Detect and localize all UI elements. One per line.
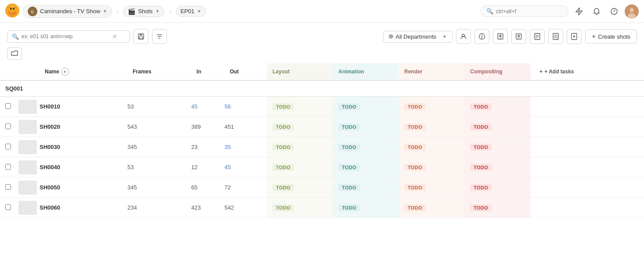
cell-extra [531, 97, 644, 117]
row-checkbox[interactable] [5, 184, 11, 190]
upload-btn[interactable] [511, 29, 526, 44]
cell-animation[interactable]: TODO [333, 97, 399, 117]
shots-label: Shots [138, 8, 152, 14]
cell-compositing[interactable]: TODO [465, 198, 531, 218]
cell-layout[interactable]: TODO [267, 157, 333, 178]
cell-compositing[interactable]: TODO [465, 157, 531, 178]
th-add-tasks[interactable]: + + Add tasks [531, 63, 644, 80]
shot-search-box[interactable]: 🔍 ✕ [7, 30, 130, 43]
global-search[interactable]: 🔍 [481, 5, 568, 17]
create-plus-icon: + [592, 33, 596, 40]
row-checkbox[interactable] [5, 103, 11, 109]
cell-animation[interactable]: TODO [333, 198, 399, 218]
topnav: C Caminandes - TV Show ▼ › 🎬 Shots ▼ › E… [0, 0, 644, 23]
shots-selector[interactable]: 🎬 Shots ▼ [123, 6, 164, 17]
task-compositing-badge: TODO [470, 123, 492, 130]
cell-thumbnail [16, 198, 40, 218]
save-button[interactable] [134, 29, 148, 44]
cell-shot-name[interactable]: SH0030 [40, 137, 127, 157]
shots-table-container: Name + Frames In Out Layout Animation Re… [0, 63, 644, 254]
task-compositing-badge: TODO [470, 144, 492, 151]
department-selector[interactable]: All Departments ▼ [383, 31, 452, 43]
cell-layout[interactable]: TODO [267, 117, 333, 137]
shot-thumbnail [18, 201, 37, 215]
export-btn[interactable] [493, 29, 508, 44]
th-out: Out [224, 63, 267, 80]
table-row: SH0060 234 423 542 TODO TODO TODO TODO [0, 198, 644, 218]
cell-render[interactable]: TODO [399, 137, 465, 157]
cell-layout[interactable]: TODO [267, 178, 333, 198]
row-checkbox-cell[interactable] [0, 198, 16, 218]
task-compositing-badge: TODO [470, 184, 492, 191]
row-checkbox[interactable] [5, 164, 11, 170]
project-selector[interactable]: C Caminandes - TV Show ▼ [23, 5, 112, 18]
cell-render[interactable]: TODO [399, 198, 465, 218]
cell-render[interactable]: TODO [399, 117, 465, 137]
task-layout-badge: TODO [272, 204, 294, 211]
table-header-row: Name + Frames In Out Layout Animation Re… [0, 63, 644, 80]
cell-layout[interactable]: TODO [267, 137, 333, 157]
row-checkbox-cell[interactable] [0, 117, 16, 137]
table-row: SH0050 345 65 72 TODO TODO TODO TODO [0, 178, 644, 198]
task-layout-badge: TODO [272, 123, 294, 130]
app-logo[interactable] [5, 4, 19, 19]
shot-thumbnail [18, 140, 37, 154]
cell-out: 72 [224, 178, 267, 198]
cell-animation[interactable]: TODO [333, 117, 399, 137]
cell-compositing[interactable]: TODO [465, 117, 531, 137]
cell-shot-name[interactable]: SH0020 [40, 117, 127, 137]
row-checkbox-cell[interactable] [0, 157, 16, 178]
row-checkbox[interactable] [5, 144, 11, 149]
cell-shot-name[interactable]: SH0010 [40, 97, 127, 117]
add-column-btn[interactable]: + [61, 68, 69, 76]
cell-animation[interactable]: TODO [333, 137, 399, 157]
cell-animation[interactable]: TODO [333, 178, 399, 198]
filter-button[interactable] [152, 29, 167, 44]
row-checkbox-cell[interactable] [0, 178, 16, 198]
cell-extra [531, 157, 644, 178]
cell-animation[interactable]: TODO [333, 157, 399, 178]
create-shots-button[interactable]: + Create shots [585, 29, 637, 44]
cell-compositing[interactable]: TODO [465, 178, 531, 198]
row-checkbox[interactable] [5, 204, 11, 210]
doc-btn-1[interactable] [530, 29, 545, 44]
shots-chevron: ▼ [156, 9, 160, 14]
cell-layout[interactable]: TODO [267, 198, 333, 218]
add-tasks-btn[interactable]: + + Add tasks [536, 67, 639, 76]
svg-point-3 [10, 8, 12, 10]
th-name: Name + [40, 63, 127, 80]
svg-point-11 [628, 13, 636, 18]
shot-search-input[interactable] [22, 33, 109, 40]
global-search-input[interactable] [496, 8, 557, 14]
cell-layout[interactable]: TODO [267, 97, 333, 117]
cell-render[interactable]: TODO [399, 97, 465, 117]
cell-compositing[interactable]: TODO [465, 137, 531, 157]
doc-btn-3[interactable] [567, 29, 582, 44]
bell-icon-btn[interactable] [590, 4, 604, 18]
search-clear-btn[interactable]: ✕ [112, 33, 117, 40]
episode-selector[interactable]: EP01 ▼ [176, 6, 206, 17]
cell-thumbnail [16, 137, 40, 157]
cell-shot-name[interactable]: SH0040 [40, 157, 127, 178]
doc-btn-2[interactable] [548, 29, 563, 44]
row-checkbox-cell[interactable] [0, 137, 16, 157]
cell-in: 65 [191, 178, 224, 198]
cell-shot-name[interactable]: SH0050 [40, 178, 127, 198]
lightning-icon-btn[interactable] [572, 4, 586, 18]
user-avatar[interactable] [625, 4, 639, 18]
person-filter-btn[interactable] [456, 29, 471, 44]
task-animation-badge: TODO [338, 204, 360, 211]
dept-label: All Departments [396, 33, 436, 40]
table-row: SH0030 345 23 35 TODO TODO TODO TODO [0, 137, 644, 157]
folder-btn[interactable] [7, 47, 22, 60]
cell-render[interactable]: TODO [399, 178, 465, 198]
cell-thumbnail [16, 178, 40, 198]
row-checkbox[interactable] [5, 123, 11, 129]
info-btn[interactable] [474, 29, 489, 44]
row-checkbox-cell[interactable] [0, 97, 16, 117]
cell-shot-name[interactable]: SH0060 [40, 198, 127, 218]
help-icon-btn[interactable]: ? [607, 4, 621, 18]
cell-render[interactable]: TODO [399, 157, 465, 178]
cell-compositing[interactable]: TODO [465, 97, 531, 117]
task-compositing-badge: TODO [470, 103, 492, 110]
